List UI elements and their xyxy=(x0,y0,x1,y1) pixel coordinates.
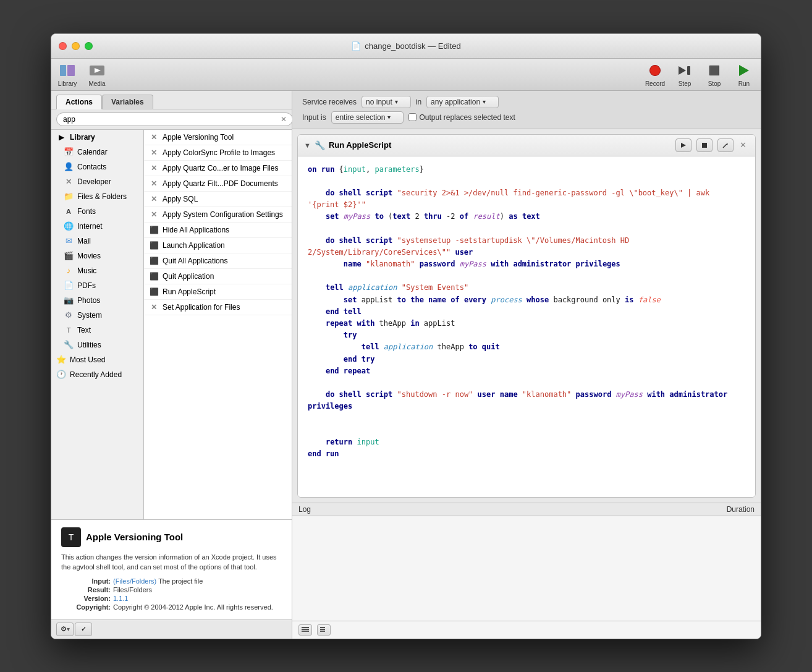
music-icon: ♪ xyxy=(64,266,74,276)
check-button[interactable]: ✓ xyxy=(75,623,92,636)
action-apple-versioning[interactable]: ✕ Apple Versioning Tool xyxy=(144,130,292,145)
search-clear-icon[interactable]: ✕ xyxy=(281,115,287,124)
minimize-button[interactable] xyxy=(72,42,80,50)
library-item-movies[interactable]: 🎬 Movies xyxy=(51,249,143,263)
action-sql[interactable]: ✕ Apply SQL xyxy=(144,192,292,207)
library-item-recently-added[interactable]: 🕐 Recently Added xyxy=(51,367,143,382)
library-item-mail[interactable]: ✉ Mail xyxy=(51,234,143,249)
info-version-row: Version: 1.1.1 xyxy=(61,595,282,602)
action-hide-all[interactable]: ⬛ Hide All Applications xyxy=(144,223,292,238)
script-run-button[interactable] xyxy=(675,138,691,152)
toolbar: Library Media Record xyxy=(51,59,761,91)
service-input-row: Input is entire selection Output replace… xyxy=(302,111,751,124)
record-button[interactable]: Record xyxy=(645,62,666,87)
script-expand-icon[interactable]: ▼ xyxy=(304,142,311,149)
script-title-group: ▼ 🔧 Run AppleScript xyxy=(304,140,391,150)
action-set-app[interactable]: ✕ Set Application for Files xyxy=(144,300,292,315)
settings-button[interactable]: ⚙ ▾ xyxy=(56,623,74,636)
library-item-fonts[interactable]: A Fonts xyxy=(51,204,143,219)
service-bar: Service receives no input in any applica… xyxy=(292,91,761,129)
action-system-config[interactable]: ✕ Apply System Configuration Settings xyxy=(144,207,292,223)
info-input-row: Input: (Files/Folders) The project file xyxy=(61,577,282,585)
svg-rect-11 xyxy=(302,627,309,628)
action-quartz-co[interactable]: ✕ Apply Quartz Co...er to Image Files xyxy=(144,161,292,176)
library-item-pdfs[interactable]: 📄 PDFs xyxy=(51,278,143,293)
any-application-select[interactable]: any application xyxy=(426,96,499,108)
media-label: Media xyxy=(88,80,105,87)
bottom-toolbar: ⚙ ▾ ✓ xyxy=(51,619,292,639)
info-tool-icon: T xyxy=(61,527,81,547)
log-area: Log Duration xyxy=(292,503,761,639)
action-quit[interactable]: ⬛ Quit Application xyxy=(144,269,292,284)
run-button[interactable]: Run xyxy=(734,62,755,87)
main-content: Actions Variables ✕ ▶ Library xyxy=(51,91,761,639)
action-colorsync[interactable]: ✕ Apply ColorSync Profile to Images xyxy=(144,145,292,161)
info-header: T Apple Versioning Tool xyxy=(61,527,282,547)
action-x-icon-3: ✕ xyxy=(149,163,159,173)
info-result-row: Result: Files/Folders xyxy=(61,586,282,593)
tab-actions[interactable]: Actions xyxy=(56,95,102,109)
library-item-library[interactable]: ▶ Library xyxy=(51,130,143,145)
action-launch[interactable]: ⬛ Launch Application xyxy=(144,238,292,253)
stop-label: Stop xyxy=(708,80,721,87)
library-item-internet[interactable]: 🌐 Internet xyxy=(51,219,143,234)
maximize-button[interactable] xyxy=(85,42,93,50)
recently-added-icon: 🕐 xyxy=(56,370,66,380)
close-button[interactable] xyxy=(59,42,67,50)
log-header: Log Duration xyxy=(292,503,761,516)
script-edit-button[interactable] xyxy=(717,138,734,152)
window-controls xyxy=(59,42,93,50)
step-button[interactable]: Step xyxy=(674,62,695,87)
tab-variables[interactable]: Variables xyxy=(102,95,153,109)
duration-label: Duration xyxy=(727,505,755,514)
script-content[interactable]: on run {input, parameters} do shell scri… xyxy=(298,156,755,497)
search-input[interactable] xyxy=(56,113,293,126)
log-remove-button[interactable] xyxy=(317,624,331,636)
log-label: Log xyxy=(298,505,311,514)
library-item-developer[interactable]: ✕ Developer xyxy=(51,174,143,189)
svg-marker-6 xyxy=(681,143,686,148)
applescript-icon: 🔧 xyxy=(315,140,325,150)
input-is-label: Input is xyxy=(302,113,326,122)
library-icon xyxy=(57,62,77,79)
script-stop-button[interactable] xyxy=(696,138,713,152)
library-item-system[interactable]: ⚙ System xyxy=(51,308,143,323)
log-footer xyxy=(292,621,761,639)
svg-rect-15 xyxy=(320,631,325,632)
no-input-select[interactable]: no input xyxy=(362,96,411,108)
chevron-down-icon: ▾ xyxy=(67,626,70,632)
script-close-button[interactable]: ✕ xyxy=(737,140,749,150)
library-tree-icon: ▶ xyxy=(56,132,66,142)
files-icon: 📁 xyxy=(64,192,74,202)
library-item-photos[interactable]: 📷 Photos xyxy=(51,293,143,308)
action-quartz-filt[interactable]: ✕ Apply Quartz Filt...PDF Documents xyxy=(144,176,292,192)
stop-button[interactable]: Stop xyxy=(704,62,725,87)
info-result-value: Files/Folders xyxy=(113,586,152,593)
output-replaces-input[interactable] xyxy=(408,113,417,121)
system-icon: ⚙ xyxy=(64,310,74,320)
library-item-music[interactable]: ♪ Music xyxy=(51,263,143,278)
library-item-text[interactable]: T Text xyxy=(51,323,143,338)
script-controls xyxy=(675,138,734,152)
media-tool[interactable]: Media xyxy=(87,62,107,87)
run-icon xyxy=(734,62,755,79)
entire-selection-select[interactable]: entire selection xyxy=(331,111,404,124)
action-run-applescript[interactable]: ⬛ Run AppleScript xyxy=(144,284,292,300)
log-add-button[interactable] xyxy=(298,624,312,636)
library-item-most-used[interactable]: ⭐ Most Used xyxy=(51,352,143,367)
search-bar: ✕ xyxy=(51,109,292,130)
library-tool[interactable]: Library xyxy=(57,62,77,87)
info-input-value: (Files/Folders) The project file xyxy=(113,577,203,585)
list-area: ▶ Library 📅 Calendar 👤 Contacts ✕ D xyxy=(51,130,292,519)
library-item-calendar[interactable]: 📅 Calendar xyxy=(51,145,143,159)
library-item-utilities[interactable]: 🔧 Utilities xyxy=(51,338,143,352)
action-quit-all[interactable]: ⬛ Quit All Applications xyxy=(144,253,292,269)
output-replaces-checkbox[interactable]: Output replaces selected text xyxy=(408,113,515,122)
action-x-icon-2: ✕ xyxy=(149,148,159,158)
library-item-files[interactable]: 📁 Files & Folders xyxy=(51,189,143,204)
info-description: This action changes the version informat… xyxy=(61,552,282,572)
info-panel: T Apple Versioning Tool This action chan… xyxy=(51,519,292,619)
calendar-icon: 📅 xyxy=(64,147,74,157)
script-title-text: Run AppleScript xyxy=(329,140,391,150)
library-item-contacts[interactable]: 👤 Contacts xyxy=(51,159,143,174)
